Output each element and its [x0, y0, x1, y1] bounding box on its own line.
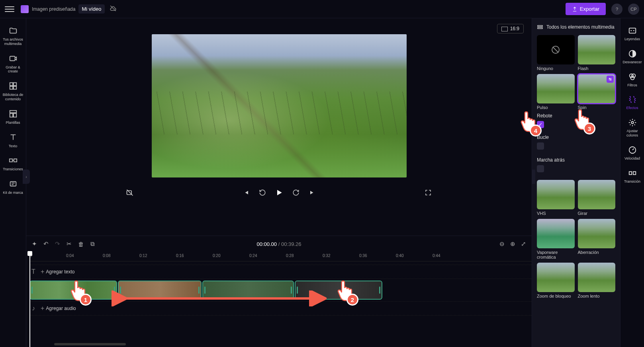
reverse-checkbox[interactable] [537, 165, 544, 172]
aspect-ratio-button[interactable]: 16:9 [497, 24, 524, 33]
skip-forward-icon[interactable] [309, 189, 317, 197]
zoom-in-icon[interactable]: ⊕ [510, 240, 515, 248]
effect-pulse[interactable]: Pulso [537, 74, 575, 110]
svg-rect-9 [9, 159, 12, 162]
timeline-time: 00:00.00 / 00:39.26 [256, 241, 301, 247]
project-name-input[interactable]: Mi vídeo [78, 4, 104, 14]
effects-panel-header: Todos los elementos multimedia [537, 24, 615, 30]
option-reverse: Marcha atrás [537, 154, 615, 177]
clip-2[interactable] [118, 281, 202, 300]
svg-line-26 [553, 47, 558, 53]
sidebar-item-library[interactable]: Biblioteca de contenido [0, 78, 26, 105]
svg-rect-1 [10, 56, 15, 60]
fullscreen-icon[interactable] [424, 189, 432, 197]
ruler-tick: 0:44 [433, 253, 440, 258]
duplicate-icon[interactable]: ⧉ [90, 240, 95, 248]
rightbar-colors[interactable]: Ajustar colores [621, 114, 644, 142]
none-icon [537, 35, 575, 64]
sidebar-item-brand[interactable]: Kit de marca [0, 175, 26, 199]
forward-icon[interactable] [292, 189, 300, 197]
effect-vhs[interactable]: VHS [537, 180, 575, 216]
svg-rect-3 [13, 83, 16, 86]
camera-off-icon[interactable] [126, 189, 134, 197]
effect-zoom-lock[interactable]: Zoom de bloqueo [537, 263, 575, 298]
effect-none[interactable]: Ninguno [537, 35, 575, 71]
ruler-tick: 0:24 [249, 253, 257, 258]
rewind-icon[interactable] [258, 189, 266, 197]
svg-rect-10 [14, 159, 16, 162]
fit-icon[interactable]: ⤢ [521, 240, 526, 248]
timeline-tracks: T + Agregar texto ♪ + Agregar audio [26, 261, 532, 320]
project-type-label: Imagen prediseñada [32, 6, 75, 12]
loop-checkbox[interactable] [537, 142, 544, 150]
effect-flash[interactable]: Flash [578, 35, 616, 71]
clip-3[interactable] [202, 281, 294, 300]
svg-rect-6 [10, 111, 16, 113]
option-bounce: Rebote ✓ [537, 110, 615, 131]
effect-zoom-slow[interactable]: Zoom lento [578, 263, 616, 298]
cloud-off-icon[interactable] [110, 5, 117, 14]
left-sidebar: Tus archivos multimedia Grabar & create … [0, 18, 26, 347]
svg-point-17 [631, 121, 634, 124]
effect-spin[interactable]: Spin [578, 74, 616, 110]
rightbar-fade[interactable]: Desvanecer [621, 45, 644, 68]
user-avatar[interactable]: CP [628, 4, 639, 15]
timeline-ruler[interactable]: 00:040:080:120:160:200:240:280:320:360:4… [29, 252, 532, 261]
clip-1[interactable] [29, 281, 117, 300]
effect-aberration[interactable]: Aberración [578, 219, 616, 259]
svg-rect-23 [538, 25, 542, 27]
text-track[interactable]: T + Agregar texto [29, 265, 532, 279]
sidebar-item-text[interactable]: Texto [0, 129, 26, 152]
adjust-icon[interactable] [607, 76, 614, 83]
rightbar-captions[interactable]: Leyendas [621, 22, 644, 45]
ruler-tick: 0:40 [396, 253, 403, 258]
project-icon [21, 5, 29, 13]
expand-panel-icon[interactable]: ‹ [532, 170, 535, 184]
ruler-tick: 0:16 [176, 253, 184, 258]
video-canvas[interactable] [152, 34, 407, 177]
rightbar-effects[interactable]: Efectos [621, 91, 644, 114]
redo-icon[interactable]: ↷ [55, 240, 60, 248]
sidebar-item-media[interactable]: Tus archivos multimedia [0, 22, 26, 50]
bounce-checkbox[interactable]: ✓ [537, 121, 544, 128]
rightbar-filters[interactable]: Filtros [621, 68, 644, 92]
video-track[interactable] [29, 281, 532, 300]
ruler-tick: 0:32 [323, 253, 330, 258]
rightbar-speed[interactable]: Velocidad [621, 142, 644, 165]
skip-back-icon[interactable] [242, 189, 250, 197]
ruler-tick: 0:20 [213, 253, 220, 258]
rightbar-transition[interactable]: Transición [621, 165, 644, 188]
ruler-tick: 0:04 [66, 253, 74, 258]
delete-icon[interactable]: 🗑 [78, 241, 84, 248]
zoom-out-icon[interactable]: ⊖ [499, 240, 505, 248]
text-track-icon: T [29, 268, 37, 275]
effects-panel: ‹ Todos los elementos multimedia Ninguno… [532, 18, 620, 347]
sidebar-item-templates[interactable]: Plantillas [0, 105, 26, 129]
effect-rotate[interactable]: Girar [578, 180, 616, 216]
horizontal-scrollbar[interactable] [54, 343, 126, 345]
svg-rect-24 [538, 27, 542, 29]
playback-controls [26, 177, 532, 204]
menu-icon[interactable] [5, 4, 14, 14]
help-icon[interactable]: ? [611, 4, 622, 15]
svg-rect-5 [13, 86, 16, 89]
clip-4[interactable] [295, 281, 382, 300]
audio-track[interactable]: ♪ + Agregar audio [29, 301, 532, 316]
ruler-tick: 0:12 [139, 253, 147, 258]
svg-rect-2 [10, 83, 12, 86]
export-button[interactable]: Exportar [566, 3, 606, 15]
playhead[interactable] [29, 252, 30, 347]
play-icon[interactable] [275, 189, 283, 197]
cut-icon[interactable]: ✂ [67, 240, 72, 248]
plus-icon: + [41, 305, 44, 312]
magic-icon[interactable]: ✦ [32, 240, 37, 248]
sidebar-item-transitions[interactable]: Transiciones [0, 152, 26, 175]
svg-rect-8 [13, 113, 16, 117]
svg-rect-4 [10, 86, 12, 89]
svg-rect-20 [633, 172, 635, 174]
sidebar-item-record[interactable]: Grabar & create [0, 50, 26, 78]
ruler-tick: 0:08 [103, 253, 110, 258]
svg-rect-7 [10, 113, 12, 117]
effect-vaporwave[interactable]: Vaporware cromática [537, 219, 575, 259]
undo-icon[interactable]: ↶ [43, 240, 49, 248]
